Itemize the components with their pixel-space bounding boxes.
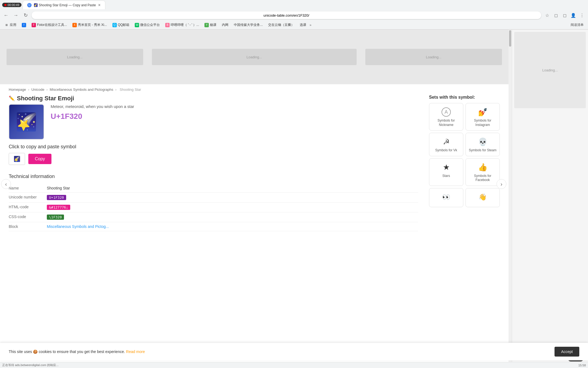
bookmark-cuc-label: 中国传媒大学业务...	[234, 23, 263, 27]
bookmark-wechat-label: 微信公众平台	[140, 23, 160, 27]
bookmark-douban[interactable]: 交在云镝（豆瓣）	[266, 22, 296, 28]
cookie-read-more[interactable]: Read more	[126, 349, 145, 354]
set-card-nickname[interactable]: A Symbols for Nickname	[429, 103, 463, 131]
unicode-badge: U+1F320	[47, 195, 66, 200]
recording-dot	[4, 4, 7, 6]
bookmark-xuanke[interactable]: 选课	[298, 22, 308, 28]
technical-section: Technical information Name Shooting Star…	[9, 174, 418, 231]
table-row-css: CSS-code \1F320	[9, 212, 418, 222]
account-button[interactable]: 👤	[569, 11, 577, 19]
set-label-stars: Stars	[431, 174, 461, 178]
breadcrumb-current: Shooting Star	[120, 88, 141, 92]
bilibili-icon: B	[165, 23, 170, 27]
svg-text:A: A	[445, 109, 448, 115]
breadcrumb-misc[interactable]: Miscellaneous Symbols and Pictographs	[50, 88, 113, 92]
bookmark-fotor-label: Fotor在线设计工具...	[37, 23, 67, 27]
pencil-icon: ✏️	[9, 95, 15, 101]
bookmark-bilibili[interactable]: B 哔哩哔哩（ ' - ' ）...	[163, 22, 201, 28]
sets-title: Sets with this symbol:	[429, 95, 500, 100]
set-icon-nickname: A	[431, 107, 461, 117]
symbol-in-box: 🌠	[14, 156, 20, 162]
forward-button[interactable]: →	[12, 11, 20, 19]
bookmark-apps-label: 应用	[10, 23, 16, 27]
bookmark-qqmail-label: QQ邮箱	[118, 23, 130, 27]
symbol-display-box: 🌠	[9, 153, 25, 165]
accept-cookies-button[interactable]: Accept	[555, 347, 579, 357]
table-row-name: Name Shooting Star	[9, 184, 418, 193]
bookmark-cuc[interactable]: 中国传媒大学业务...	[232, 22, 265, 28]
bookmark-qqmail[interactable]: Q QQ邮箱	[110, 22, 132, 28]
set-card-vk[interactable]: ☭ Symbols for Vk	[429, 133, 463, 156]
emoji-main-block: 🌠 Meteor, meteoroid, when you wish upon …	[9, 104, 418, 144]
back-button[interactable]: ←	[2, 11, 10, 19]
browser-tab[interactable]: U 🌠 Shooting Star Emoji — Copy and Paste…	[23, 1, 105, 9]
emoji-image-container: 🌠	[9, 104, 44, 140]
emoji-image: 🌠	[9, 105, 44, 139]
emoji-description: Meteor, meteoroid, when you wish upon a …	[9, 104, 418, 109]
xiaomi-icon: X	[72, 23, 77, 27]
set-card-extra1[interactable]: 👀	[429, 188, 463, 207]
set-card-steam[interactable]: 💀 Symbols for Steam	[465, 133, 500, 156]
bookmarks-more[interactable]: »	[310, 23, 311, 27]
tab-close-button[interactable]: ×	[98, 3, 100, 8]
bookmark-intranet-label: 内网	[222, 23, 228, 27]
set-card-extra2[interactable]: 👋	[465, 188, 500, 207]
scrollbar[interactable]	[509, 30, 512, 368]
next-arrow[interactable]: ›	[497, 179, 506, 189]
reload-button[interactable]: ↻	[22, 11, 29, 19]
address-input[interactable]	[32, 11, 541, 19]
sets-section: Sets with this symbol: A Symbols for Nic…	[429, 95, 500, 231]
block-link[interactable]: Miscellaneous Symbols and Pictog...	[47, 224, 109, 229]
bookmark-fotor[interactable]: F Fotor在线设计工具...	[29, 22, 69, 28]
set-label-nickname: Symbols for Nickname	[431, 119, 461, 127]
bookmark-star-button[interactable]: ☆	[543, 11, 551, 19]
copy-label: Click to copy and paste symbol	[9, 144, 418, 150]
html-badge: &#127776;	[47, 205, 70, 210]
loading-box-1: Loading...	[7, 49, 143, 65]
bookmark-intranet[interactable]: 内网	[220, 22, 231, 28]
breadcrumb-sep-2: ›	[47, 88, 48, 92]
breadcrumb-unicode[interactable]: Unicode	[31, 88, 44, 92]
emoji-title: Shooting Star Emoji	[17, 95, 74, 102]
set-label-vk: Symbols for Vk	[431, 148, 461, 153]
cookie-text: This site uses 🍪 cookies to ensure that …	[9, 349, 145, 354]
status-bar: 正在等待 ads.betweendigital.com 的响应... 15:58	[0, 362, 588, 368]
tech-title: Technical information	[9, 174, 418, 179]
copy-button[interactable]: Copy	[28, 154, 51, 164]
set-label-facebook: Symbols for Facebook	[468, 174, 497, 182]
scroll-thumb[interactable]	[509, 30, 511, 47]
set-card-instagram[interactable]: 💅 Symbols for Instagram	[465, 103, 500, 131]
profile-button[interactable]: ◻	[552, 11, 560, 19]
set-icon-steam: 💀	[468, 136, 497, 147]
address-bar-row: ← → ↻ ☆ ◻ ◻ 👤 ⋮	[0, 10, 588, 21]
menu-button[interactable]: ⋮	[578, 11, 586, 19]
reading-mode-button[interactable]: 阅读清单	[568, 22, 586, 28]
tech-table: Name Shooting Star Unicode number U+1F32…	[9, 184, 418, 231]
sets-grid: A Symbols for Nickname 💅 Symbols for Ins…	[429, 103, 500, 207]
bookmark-facebook[interactable]: f	[20, 22, 28, 28]
prev-arrow[interactable]: ‹	[1, 179, 11, 189]
set-card-facebook[interactable]: 👍 Symbols for Facebook	[465, 158, 500, 186]
emoji-section: ✏️ Shooting Star Emoji 🌠 Meteor, meteoro…	[0, 95, 509, 231]
bookmark-xiaomi[interactable]: X 秀米首页 - 秀米 Xi...	[70, 22, 109, 28]
bookmark-wechat[interactable]: W 微信公众平台	[133, 22, 162, 28]
emoji-left: ✏️ Shooting Star Emoji 🌠 Meteor, meteoro…	[9, 95, 418, 231]
bookmark-yangke[interactable]: Y 杨课	[202, 22, 219, 28]
star-emoji-display: 🌠	[16, 112, 37, 132]
bookmark-apps[interactable]: ⊞ 应用	[2, 22, 19, 28]
cookie-banner: This site uses 🍪 cookies to ensure that …	[0, 343, 588, 360]
loading-box-3: Loading...	[365, 49, 502, 65]
tech-value-css: \1F320	[47, 212, 418, 222]
breadcrumb-home[interactable]: Homepage	[9, 88, 26, 92]
extensions-button[interactable]: ◻	[561, 11, 568, 19]
table-row-block: Block Miscellaneous Symbols and Pictog..…	[9, 222, 418, 231]
right-sidebar: Loading...	[512, 30, 588, 368]
set-card-stars[interactable]: ★ Stars	[429, 158, 463, 186]
loading-box-2: Loading...	[152, 49, 357, 65]
bookmark-bilibili-label: 哔哩哔哩（ ' - ' ）...	[171, 23, 199, 27]
breadcrumb: Homepage › Unicode › Miscellaneous Symbo…	[0, 84, 509, 95]
fotor-icon: F	[32, 23, 36, 27]
set-icon-vk: ☭	[431, 136, 461, 147]
set-label-steam: Symbols for Steam	[468, 148, 497, 153]
tech-label-unicode: Unicode number	[9, 193, 47, 203]
